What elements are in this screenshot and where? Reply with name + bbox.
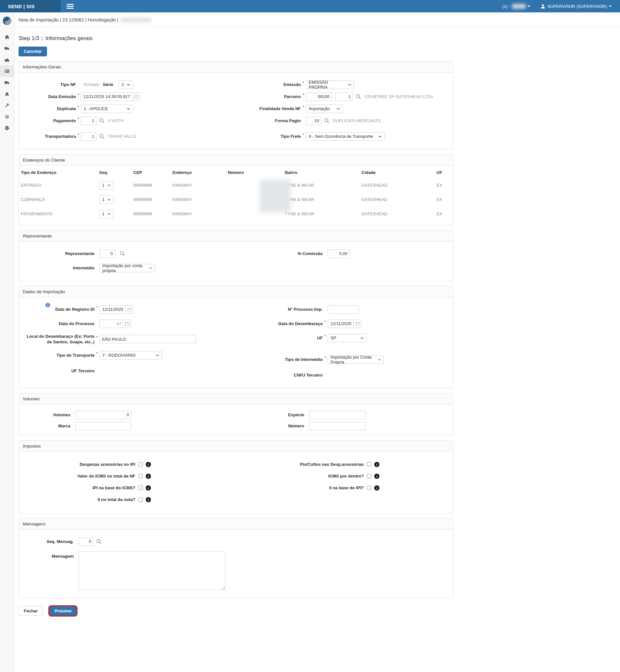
printer-icon — [4, 125, 10, 131]
pagamento-input[interactable]: 1 — [81, 117, 97, 125]
close-button[interactable]: Fechar — [18, 606, 43, 616]
transportadora-input[interactable]: 1 — [81, 132, 97, 141]
seq-mensag-input[interactable]: 0 — [79, 538, 94, 546]
panel-representante: Representante Representante 0 Intermé — [18, 230, 453, 281]
sidebar-item-reports[interactable] — [0, 54, 14, 65]
panel-title: Dados de Importação — [19, 286, 453, 297]
calendar-icon[interactable] — [125, 305, 133, 314]
tipo-transporte-select[interactable]: 7 - RODOVIÁRIO — [99, 351, 162, 359]
ii-base-ipi-checkbox[interactable] — [367, 486, 371, 490]
info-icon[interactable] — [146, 497, 151, 502]
search-icon[interactable] — [99, 118, 105, 123]
search-icon[interactable] — [356, 94, 361, 99]
chevron-down-icon — [378, 359, 381, 360]
info-icon[interactable] — [374, 462, 379, 467]
forma-pagto-label: Forma Pagto — [237, 118, 301, 124]
search-icon[interactable] — [120, 251, 125, 256]
seq-select[interactable]: 1 — [99, 181, 113, 189]
app-logo-icon[interactable] — [2, 16, 12, 26]
chevron-down-icon — [108, 184, 110, 186]
hamburger-menu-icon[interactable] — [66, 4, 74, 9]
sidebar-item-settings[interactable] — [0, 111, 14, 122]
mensagem-textarea[interactable] — [79, 552, 225, 590]
tipo-intermedio-select[interactable]: Importação por Conta Própria — [327, 355, 384, 364]
info-badge-1[interactable]: 1 — [45, 302, 51, 308]
required-asterisk — [76, 93, 81, 97]
seq-select[interactable]: 1 — [99, 195, 113, 204]
data-desembaraco-input[interactable]: 12/11/2025 — [327, 320, 354, 328]
numero-label: Número — [237, 423, 304, 429]
representante-input[interactable]: 0 — [99, 249, 115, 258]
info-icon[interactable] — [146, 485, 151, 491]
icms-por-dentro-checkbox[interactable] — [367, 474, 371, 478]
required-asterisk — [323, 356, 327, 360]
emissao-select[interactable]: EMISSÃO PRÓPRIA — [306, 80, 354, 89]
caret-down-icon — [609, 6, 612, 7]
uf-select[interactable]: SP — [327, 334, 367, 342]
forma-pagto-input[interactable]: 10 — [306, 117, 321, 125]
notification-count: (1) - — [502, 4, 510, 9]
parceiro-code-input[interactable]: 59100 — [306, 93, 332, 101]
sidebar-item-shipping[interactable] — [0, 43, 14, 54]
volumes-input[interactable]: 0 — [75, 411, 132, 419]
panel-dados-importacao: Dados de Importação 1 Data do Registro D… — [18, 286, 453, 388]
finalidade-select[interactable]: Importação — [306, 105, 343, 113]
search-icon[interactable] — [99, 133, 105, 139]
tipo-frete-select[interactable]: 9 - Sem Ocorrência de Transporte — [306, 132, 384, 141]
next-button[interactable]: Próximo — [49, 606, 76, 616]
search-icon[interactable] — [96, 539, 102, 544]
address-row-faturamento: FATURAMENTO 1 99999999 KINGWAY TYNE & WE… — [20, 207, 452, 221]
registro-di-input[interactable]: 12/11/2025 — [99, 305, 125, 314]
sidebar — [0, 12, 14, 672]
data-emissao-input[interactable]: 12/11/2025 14:39:05.917 — [81, 93, 132, 101]
info-icon[interactable] — [146, 462, 151, 467]
data-processo-input[interactable]: / / — [99, 320, 123, 328]
user-menu[interactable]: SUPERVISOR (SUPERVISOR) — [540, 4, 612, 9]
especie-input[interactable] — [309, 411, 366, 419]
redacted-notification — [512, 4, 526, 9]
sidebar-item-road[interactable] — [0, 88, 14, 100]
sidebar-item-notas[interactable] — [0, 65, 14, 77]
serie-select[interactable]: 2 — [119, 80, 133, 89]
info-icon[interactable] — [146, 473, 151, 479]
required-asterisk — [301, 105, 306, 109]
sidebar-item-print[interactable] — [0, 122, 14, 134]
data-emissao-label: Data Emissão — [22, 94, 76, 100]
despesas-ipi-checkbox[interactable] — [139, 462, 143, 466]
required-asterisk — [76, 117, 81, 121]
seq-select[interactable]: 1 — [99, 210, 113, 218]
sidebar-item-home[interactable] — [0, 31, 14, 43]
duplicata-label: Duplicata — [22, 106, 76, 112]
info-icon[interactable] — [374, 485, 379, 491]
comissao-input[interactable]: 0,00 — [327, 249, 350, 258]
piscofins-desp-label: Pis/Cofins nas Desp.acessórias — [237, 462, 364, 467]
sidebar-item-tools[interactable] — [0, 100, 14, 111]
cancel-button[interactable]: Cancelar — [18, 47, 47, 56]
icms-total-nf-checkbox[interactable] — [139, 474, 143, 478]
wrench-icon — [4, 103, 10, 108]
app-brand[interactable]: SEND | SIS — [0, 0, 61, 12]
numero-input[interactable] — [309, 422, 366, 430]
marca-input[interactable] — [75, 422, 132, 430]
piscofins-desp-checkbox[interactable] — [367, 462, 371, 466]
chevron-down-icon — [149, 267, 152, 269]
calendar-icon[interactable] — [354, 320, 362, 328]
duplicata-select[interactable]: 1 - APOLICE — [81, 105, 133, 113]
notification-dropdown[interactable]: (1) - — [502, 4, 530, 9]
calendar-icon[interactable] — [132, 93, 140, 101]
search-icon[interactable] — [324, 118, 329, 123]
pagamento-label: Pagamento — [22, 118, 76, 124]
sidebar-item-logistics[interactable] — [0, 77, 14, 88]
local-desembaraco-input[interactable]: SÃO PAULO — [99, 335, 196, 343]
intermedio-select[interactable]: Importação por conta própria — [99, 264, 155, 272]
info-icon[interactable] — [374, 473, 379, 479]
volumes-label: Volumes — [22, 412, 70, 418]
calendar-icon[interactable] — [123, 320, 131, 328]
required-asterisk — [323, 320, 327, 325]
processo-imp-input[interactable] — [327, 305, 359, 314]
ii-total-nota-checkbox[interactable] — [139, 497, 143, 502]
ipi-base-icms-checkbox[interactable] — [139, 486, 143, 490]
transportadora-label: Transportadora — [22, 133, 76, 139]
parceiro-loja-input[interactable]: 1 — [335, 93, 353, 101]
chevron-down-icon — [108, 213, 110, 215]
